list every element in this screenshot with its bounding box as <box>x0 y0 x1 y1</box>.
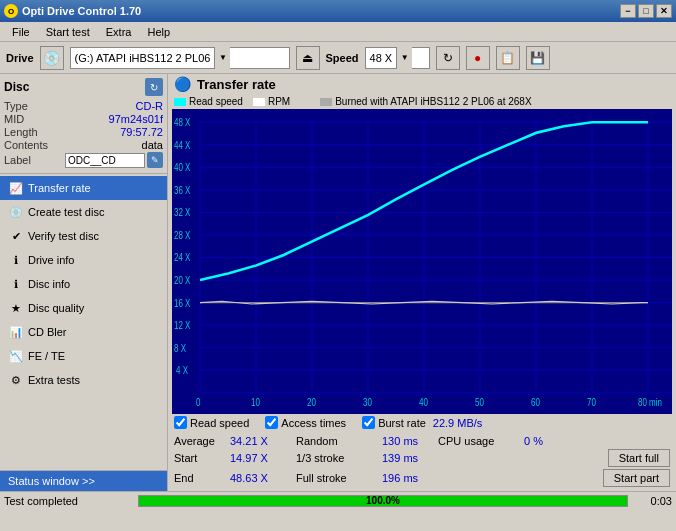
disc-refresh-button[interactable]: ↻ <box>145 78 163 96</box>
chart-checkboxes: Read speed Access times Burst rate 22.9 … <box>168 414 676 431</box>
menu-extra[interactable]: Extra <box>98 25 140 39</box>
chart-svg: 48 X 44 X 40 X 36 X 32 X 28 X 24 X 20 X … <box>172 109 672 414</box>
drive-value: (G:) ATAPI iHBS112 2 PL06 <box>71 52 215 64</box>
nav-drive-info[interactable]: ℹ Drive info <box>0 248 167 272</box>
verify-test-disc-icon: ✔ <box>8 228 24 244</box>
nav-transfer-rate-label: Transfer rate <box>28 182 91 194</box>
rpm-color <box>253 98 265 106</box>
burst-rate-checkbox[interactable] <box>362 416 375 429</box>
action-btn-1[interactable]: ● <box>466 46 490 70</box>
close-button[interactable]: ✕ <box>656 4 672 18</box>
label-edit-button[interactable]: ✎ <box>147 152 163 168</box>
extra-tests-icon: ⚙ <box>8 372 24 388</box>
app-icon: O <box>4 4 18 18</box>
read-speed-color <box>174 98 186 106</box>
disc-label-label: Label <box>4 154 31 166</box>
cpu-value: 0 % <box>524 435 574 447</box>
speed-value: 48 X <box>366 52 397 64</box>
left-panel: Disc ↻ Type CD-R MID 97m24s01f Length 79… <box>0 74 168 491</box>
burst-rate-value: 22.9 MB/s <box>433 417 483 429</box>
svg-text:10: 10 <box>251 396 260 408</box>
nav-extra-tests-label: Extra tests <box>28 374 80 386</box>
menu-file[interactable]: File <box>4 25 38 39</box>
status-window-button[interactable]: Status window >> <box>0 470 167 491</box>
chart-area: 48 X 44 X 40 X 36 X 32 X 28 X 24 X 20 X … <box>172 109 672 414</box>
drive-dropdown-arrow[interactable]: ▼ <box>214 47 230 69</box>
minimize-button[interactable]: − <box>620 4 636 18</box>
nav-create-test-disc-label: Create test disc <box>28 206 104 218</box>
maximize-button[interactable]: □ <box>638 4 654 18</box>
nav-section: 📈 Transfer rate 💿 Create test disc ✔ Ver… <box>0 174 167 468</box>
cpu-label: CPU usage <box>438 435 518 447</box>
start-label: Start <box>174 452 224 464</box>
nav-transfer-rate[interactable]: 📈 Transfer rate <box>0 176 167 200</box>
nav-create-test-disc[interactable]: 💿 Create test disc <box>0 200 167 224</box>
end-value: 48.63 X <box>230 472 290 484</box>
svg-text:40: 40 <box>419 396 428 408</box>
menu-help[interactable]: Help <box>139 25 178 39</box>
status-text: Test completed <box>4 495 134 507</box>
svg-text:40 X: 40 X <box>174 161 191 173</box>
disc-label-input[interactable] <box>65 153 145 168</box>
svg-text:50: 50 <box>475 396 484 408</box>
nav-extra-tests[interactable]: ⚙ Extra tests <box>0 368 167 392</box>
eject-button[interactable]: ⏏ <box>296 46 320 70</box>
disc-info-icon: ℹ <box>8 276 24 292</box>
random-label: Random <box>296 435 376 447</box>
stroke2-value: 196 ms <box>382 472 432 484</box>
nav-disc-info[interactable]: ℹ Disc info <box>0 272 167 296</box>
nav-disc-info-label: Disc info <box>28 278 70 290</box>
access-times-checkbox[interactable] <box>265 416 278 429</box>
save-button[interactable]: 💾 <box>526 46 550 70</box>
disc-contents-value: data <box>142 139 163 151</box>
start-full-button[interactable]: Start full <box>608 449 670 467</box>
speed-dropdown-arrow[interactable]: ▼ <box>396 47 412 69</box>
svg-text:20 X: 20 X <box>174 274 191 286</box>
menu-start-test[interactable]: Start test <box>38 25 98 39</box>
stroke2-label: Full stroke <box>296 472 376 484</box>
nav-verify-test-disc[interactable]: ✔ Verify test disc <box>0 224 167 248</box>
svg-text:32 X: 32 X <box>174 206 191 218</box>
create-test-disc-icon: 💿 <box>8 204 24 220</box>
disc-type-label: Type <box>4 100 28 112</box>
svg-rect-0 <box>172 109 672 414</box>
start-part-button[interactable]: Start part <box>603 469 670 487</box>
svg-text:4 X: 4 X <box>176 364 189 376</box>
svg-text:48 X: 48 X <box>174 116 191 128</box>
svg-text:70: 70 <box>587 396 596 408</box>
disc-title: Disc <box>4 80 29 94</box>
chart-title-icon: 🔵 <box>174 76 191 92</box>
nav-disc-quality[interactable]: ★ Disc quality <box>0 296 167 320</box>
svg-text:8 X: 8 X <box>174 342 187 354</box>
svg-text:16 X: 16 X <box>174 296 191 308</box>
status-time: 0:03 <box>632 495 672 507</box>
nav-cd-bler-label: CD Bler <box>28 326 67 338</box>
svg-text:30: 30 <box>363 396 372 408</box>
drive-info-icon: ℹ <box>8 252 24 268</box>
random-value: 130 ms <box>382 435 432 447</box>
disc-quality-icon: ★ <box>8 300 24 316</box>
disc-length-label: Length <box>4 126 38 138</box>
svg-text:24 X: 24 X <box>174 251 191 263</box>
nav-fe-te[interactable]: 📉 FE / TE <box>0 344 167 368</box>
nav-cd-bler[interactable]: 📊 CD Bler <box>0 320 167 344</box>
disc-mid-value: 97m24s01f <box>109 113 163 125</box>
read-speed-check-label: Read speed <box>190 417 249 429</box>
disc-contents-label: Contents <box>4 139 48 151</box>
chart-title: Transfer rate <box>197 77 276 92</box>
end-label: End <box>174 472 224 484</box>
drive-label: Drive <box>6 52 34 64</box>
average-label: Average <box>174 435 224 447</box>
svg-text:36 X: 36 X <box>174 184 191 196</box>
refresh-button[interactable]: ↻ <box>436 46 460 70</box>
read-speed-checkbox[interactable] <box>174 416 187 429</box>
stroke1-value: 139 ms <box>382 452 432 464</box>
action-btn-2[interactable]: 📋 <box>496 46 520 70</box>
status-bar: Test completed 100.0% 0:03 <box>0 491 676 509</box>
fe-te-icon: 📉 <box>8 348 24 364</box>
right-panel: 🔵 Transfer rate Read speed RPM Burned wi… <box>168 74 676 491</box>
svg-text:0: 0 <box>196 396 200 408</box>
average-value: 34.21 X <box>230 435 290 447</box>
start-value: 14.97 X <box>230 452 290 464</box>
stroke1-label: 1/3 stroke <box>296 452 376 464</box>
